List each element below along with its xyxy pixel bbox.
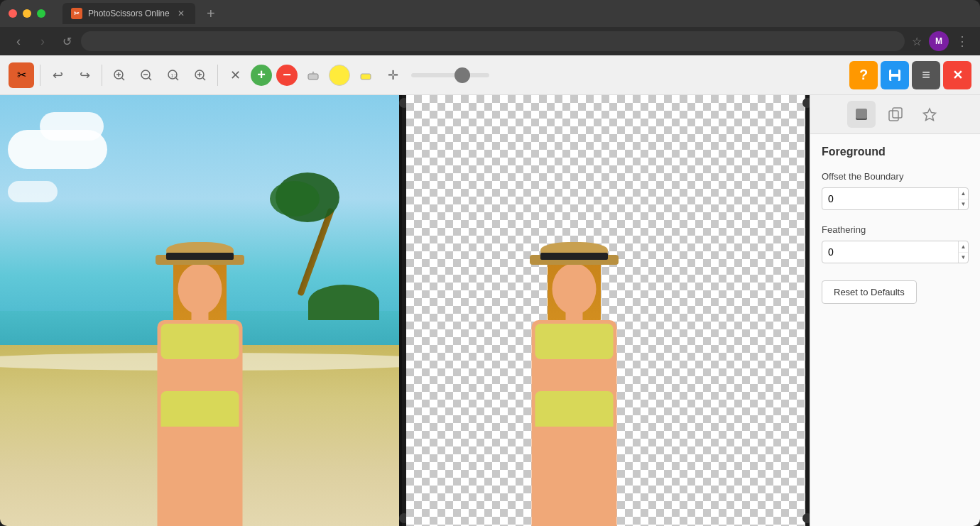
cloud-3 [8, 181, 58, 202]
sidebar-tab-copy[interactable] [881, 101, 910, 128]
traffic-light-close[interactable] [9, 9, 17, 18]
undo-button[interactable]: ↩ [46, 64, 69, 87]
section-title: Foreground [822, 146, 969, 158]
browser-window: ✂ PhotoScissors Online ✕ + ‹ › ↺ ☆ M ⋮ ✂… [0, 0, 980, 526]
tab-title: PhotoScissors Online [88, 9, 170, 18]
toolbar-separator-3 [217, 65, 218, 86]
svg-rect-16 [361, 74, 371, 80]
feathering-spinner: ▲ ▼ [958, 241, 968, 263]
user-avatar[interactable]: M [929, 31, 949, 51]
svg-marker-24 [923, 109, 935, 121]
svg-rect-18 [891, 70, 898, 74]
zoom-fit-button[interactable]: 1:1 [162, 64, 185, 87]
hat-band [166, 253, 234, 260]
eraser-button[interactable] [302, 64, 325, 87]
sidebar-tab-bar [810, 95, 980, 134]
sidebar-tab-star[interactable] [915, 101, 944, 128]
yellow-eraser-icon [359, 68, 373, 82]
sidebar-panel-content: Foreground Offset the Boundary ▲ ▼ Feath… [810, 134, 980, 526]
tab-favicon: ✂ [71, 8, 82, 19]
yellow-brush-button[interactable] [329, 65, 350, 86]
offset-increment-button[interactable]: ▲ [959, 188, 968, 199]
remove-background-brush-button[interactable]: − [276, 65, 298, 86]
zoom-out-icon [139, 68, 153, 82]
menu-button[interactable]: ≡ [912, 61, 940, 89]
traffic-light-maximize[interactable] [37, 9, 45, 18]
cutout-bikini-bottom [535, 391, 613, 427]
copy-icon [888, 106, 903, 122]
brush-size-slider-thumb[interactable] [454, 67, 470, 83]
traffic-light-minimize[interactable] [23, 9, 31, 18]
svg-line-8 [176, 77, 179, 80]
svg-marker-15 [312, 71, 315, 74]
zoom-custom-icon [193, 68, 207, 82]
palm-leaves-2 [270, 181, 320, 217]
redo-button[interactable]: ↪ [73, 64, 96, 87]
face [178, 263, 222, 314]
add-foreground-brush-button[interactable]: + [251, 65, 272, 86]
zoom-custom-button[interactable] [189, 64, 212, 87]
svg-rect-23 [893, 108, 902, 118]
cloud-2 [40, 112, 104, 141]
reset-to-defaults-button[interactable]: Reset to Defaults [822, 280, 917, 304]
svg-line-1 [122, 77, 125, 80]
close-app-button[interactable]: ✕ [943, 61, 971, 89]
person-original [145, 228, 255, 526]
offset-label: Offset the Boundary [822, 171, 969, 182]
save-button[interactable] [881, 61, 909, 89]
svg-rect-19 [891, 77, 898, 81]
feathering-increment-button[interactable]: ▲ [959, 241, 968, 252]
zoom-out-button[interactable] [135, 64, 158, 87]
brush-size-slider-track[interactable] [411, 73, 489, 77]
zoom-in-icon [112, 68, 126, 82]
toolbar-separator-1 [40, 65, 40, 86]
app-logo: ✂ [9, 62, 34, 88]
svg-rect-22 [889, 111, 898, 121]
offset-decrement-button[interactable]: ▼ [959, 199, 968, 210]
zoom-fit-icon: 1:1 [166, 68, 180, 82]
feathering-field-group: Feathering ▲ ▼ [822, 224, 969, 263]
nav-refresh-button[interactable]: ↺ [57, 31, 77, 51]
address-bar[interactable] [81, 31, 905, 51]
sidebar-tab-layers[interactable] [847, 101, 876, 128]
right-sidebar: Foreground Offset the Boundary ▲ ▼ Feath… [810, 95, 980, 526]
original-image-panel [0, 95, 402, 526]
move-tool-button[interactable]: ✛ [381, 64, 404, 87]
browser-tab[interactable]: ✂ PhotoScissors Online ✕ [62, 3, 195, 24]
zoom-in-button[interactable] [108, 64, 131, 87]
person-cutout [519, 228, 629, 526]
svg-line-11 [203, 77, 206, 80]
offset-input[interactable] [822, 193, 958, 204]
island [308, 285, 379, 320]
brush-size-control [411, 73, 489, 77]
svg-rect-14 [308, 74, 318, 80]
nav-forward-button[interactable]: › [33, 31, 53, 51]
offset-input-wrap: ▲ ▼ [822, 187, 969, 210]
star-icon [922, 106, 937, 122]
feathering-decrement-button[interactable]: ▼ [959, 252, 968, 263]
bikini-top [160, 324, 239, 359]
cutout-face [552, 263, 596, 314]
cutout-preview-panel [406, 95, 805, 526]
divider2-handle-top [802, 98, 810, 108]
new-tab-button[interactable]: + [201, 4, 221, 23]
feathering-input-wrap: ▲ ▼ [822, 241, 969, 263]
cancel-button[interactable]: ✕ [224, 64, 246, 87]
offset-spinner: ▲ ▼ [958, 188, 968, 209]
nav-back-button[interactable]: ‹ [9, 31, 28, 51]
panel-divider-2[interactable] [805, 95, 810, 526]
svg-rect-21 [856, 109, 867, 119]
bookmark-icon[interactable]: ☆ [909, 32, 925, 51]
browser-menu-icon[interactable]: ⋮ [953, 31, 971, 52]
svg-text:1:1: 1:1 [171, 72, 178, 77]
divider2-handle-bottom [802, 513, 810, 523]
save-icon [887, 67, 903, 83]
cutout-hat-band [540, 253, 608, 260]
feathering-input[interactable] [822, 246, 958, 258]
layers-icon [854, 106, 869, 122]
toolbar-separator-2 [102, 65, 102, 86]
tab-close-button[interactable]: ✕ [175, 8, 187, 19]
yellow-eraser-button[interactable] [354, 64, 377, 87]
feathering-label: Feathering [822, 224, 969, 235]
help-button[interactable]: ? [849, 61, 878, 89]
